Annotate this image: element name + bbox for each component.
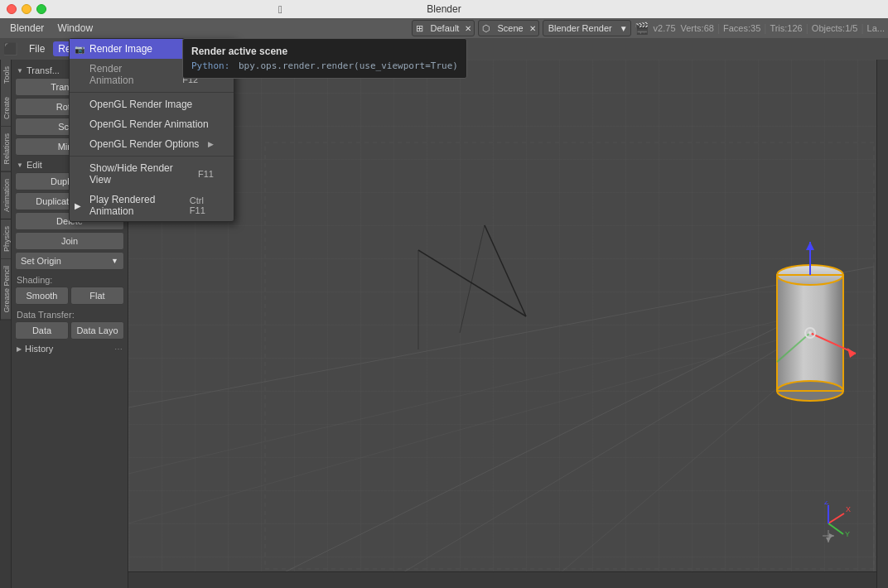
svg-text:Y: Y xyxy=(845,530,850,538)
shading-btn-row: Smooth Flat xyxy=(15,287,124,305)
title-bar:  Blender xyxy=(0,0,888,18)
svg-line-4 xyxy=(253,300,832,588)
svg-line-10 xyxy=(485,225,526,316)
data-layers-button[interactable]: Data Layo xyxy=(70,321,124,340)
layout-selector[interactable]: ⊞ Default ✕ xyxy=(412,20,475,36)
menu-item-opengl-render-image[interactable]: OpenGL Render Image xyxy=(70,94,234,114)
play-rendered-shortcut: Ctrl F11 xyxy=(190,195,214,215)
render-menu-sep2 xyxy=(70,156,234,157)
render-engine-selector[interactable]: Blender Render ▼ xyxy=(543,20,631,36)
history-section-header[interactable]: ▶ History ⋯ xyxy=(15,341,124,356)
menu-item-opengl-render-animation[interactable]: OpenGL Render Animation xyxy=(70,114,234,134)
separator2: | xyxy=(764,22,766,34)
render-menu-sep1 xyxy=(70,92,234,93)
svg-line-27 xyxy=(828,513,844,523)
set-origin-dropdown[interactable]: Set Origin ▼ xyxy=(15,252,124,270)
top-menu-bar: Blender Window ⊞ Default ✕ ⬡ Scene ✕ Ble… xyxy=(0,18,888,38)
svg-text:X: X xyxy=(846,505,851,513)
edit-section-label: Edit xyxy=(27,160,42,170)
sidebar-tab-animation[interactable]: Animation xyxy=(0,172,11,219)
play-rendered-animation-label: Play Rendered Animation xyxy=(89,194,173,217)
history-options-icon[interactable]: ⋯ xyxy=(114,345,123,354)
join-button[interactable]: Join xyxy=(15,232,124,250)
tooltip-title: Render active scene xyxy=(191,46,458,57)
menu-blender[interactable]: Blender xyxy=(3,21,51,36)
tooltip-python-label: Python: xyxy=(191,60,229,71)
menu-window[interactable]: Window xyxy=(51,21,99,36)
maximize-button[interactable] xyxy=(36,4,46,14)
layout-close-icon[interactable]: ✕ xyxy=(462,24,474,33)
svg-line-12 xyxy=(460,225,485,333)
sidebar-tab-relations[interactable]: Relations xyxy=(0,127,11,172)
render-tooltip: Render active scene Python: bpy.ops.rend… xyxy=(182,38,467,79)
data-button[interactable]: Data xyxy=(15,321,69,340)
minimize-button[interactable] xyxy=(22,4,31,14)
viewport-statusbar xyxy=(128,571,876,588)
history-triangle-icon: ▶ xyxy=(17,345,22,353)
sidebar-tab-create[interactable]: Create xyxy=(0,90,11,127)
separator3: | xyxy=(806,22,808,34)
set-origin-dropdown-icon: ▼ xyxy=(111,257,118,265)
svg-marker-36 xyxy=(829,533,834,538)
flat-button[interactable]: Flat xyxy=(70,287,124,305)
scene-close-icon[interactable]: ✕ xyxy=(527,24,538,33)
data-transfer-btn-row: Data Data Layo xyxy=(15,321,124,340)
objects-label: Objects:1/5 xyxy=(812,23,858,33)
svg-line-8 xyxy=(128,325,832,523)
smooth-button[interactable]: Smooth xyxy=(15,287,69,305)
sidebar-tab-tools[interactable]: Tools xyxy=(0,60,11,90)
verts-label: Verts:68 xyxy=(681,23,714,33)
svg-marker-21 xyxy=(806,242,814,250)
opengl-render-animation-label: OpenGL Render Animation xyxy=(89,118,209,130)
svg-point-26 xyxy=(808,331,812,335)
apple-icon:  xyxy=(278,3,282,16)
faces-label: Faces:35 xyxy=(723,23,760,33)
transform-section-label: Transf... xyxy=(27,65,60,75)
separator1: | xyxy=(717,22,720,34)
svg-marker-35 xyxy=(826,537,831,542)
scene-icon: ⬡ xyxy=(479,21,494,36)
history-section-label: History xyxy=(25,344,53,354)
svg-text:Z: Z xyxy=(824,501,829,506)
version-label: v2.75 xyxy=(654,23,676,33)
shading-label: Shading: xyxy=(15,272,124,287)
viewport-3d[interactable]: X Y Z xyxy=(128,60,876,588)
view3d-icon[interactable]: ⬛ xyxy=(3,42,17,55)
lan-label: La... xyxy=(867,23,885,33)
right-gutter xyxy=(876,60,888,588)
play-icon: ▶ xyxy=(75,201,81,210)
data-transfer-label: Data Transfer: xyxy=(15,306,124,321)
cylinder-object xyxy=(760,242,860,407)
render-engine-icon: 🎬 xyxy=(635,22,649,35)
menu-item-opengl-render-options[interactable]: OpenGL Render Options xyxy=(70,134,234,154)
transform-triangle-icon: ▼ xyxy=(17,67,23,75)
scene-selector[interactable]: ⬡ Scene ✕ xyxy=(478,20,538,36)
edit-triangle-icon: ▼ xyxy=(17,161,23,169)
render-animation-label: Render Animation xyxy=(89,63,166,86)
opengl-render-options-label: OpenGL Render Options xyxy=(89,138,199,150)
menu-item-show-hide-render-view[interactable]: Show/Hide Render View F11 xyxy=(70,158,234,190)
show-hide-shortcut: F11 xyxy=(198,169,214,179)
grid-icon: ⊞ xyxy=(413,21,427,36)
tooltip-python-code: bpy.ops.render.render(use_viewport=True) xyxy=(239,60,458,71)
svg-line-7 xyxy=(128,308,832,474)
sidebar-tab-physics[interactable]: Physics xyxy=(0,219,11,259)
render-image-label: Render Image xyxy=(89,43,152,55)
close-button[interactable] xyxy=(7,4,17,14)
render-engine-dropdown-icon[interactable]: ▼ xyxy=(617,24,630,33)
separator4: | xyxy=(861,22,863,34)
camera-icon: 📷 xyxy=(75,45,84,54)
scene-label: Scene xyxy=(494,23,526,33)
traffic-lights xyxy=(7,4,46,14)
opengl-render-image-label: OpenGL Render Image xyxy=(89,99,192,110)
axis-widget: X Y Z xyxy=(806,501,852,547)
svg-line-9 xyxy=(418,250,526,316)
render-engine-label: Blender Render xyxy=(543,23,617,33)
tooltip-python: Python: bpy.ops.render.render(use_viewpo… xyxy=(191,60,458,71)
menu-item-play-rendered-animation[interactable]: ▶ Play Rendered Animation Ctrl F11 xyxy=(70,190,234,221)
secondary-menu-file[interactable]: File xyxy=(24,41,50,56)
svg-marker-23 xyxy=(847,348,856,358)
svg-line-29 xyxy=(828,523,843,534)
window-title: Blender xyxy=(427,3,461,15)
sidebar-tab-grease-pencil[interactable]: Grease Pencil xyxy=(0,259,11,321)
